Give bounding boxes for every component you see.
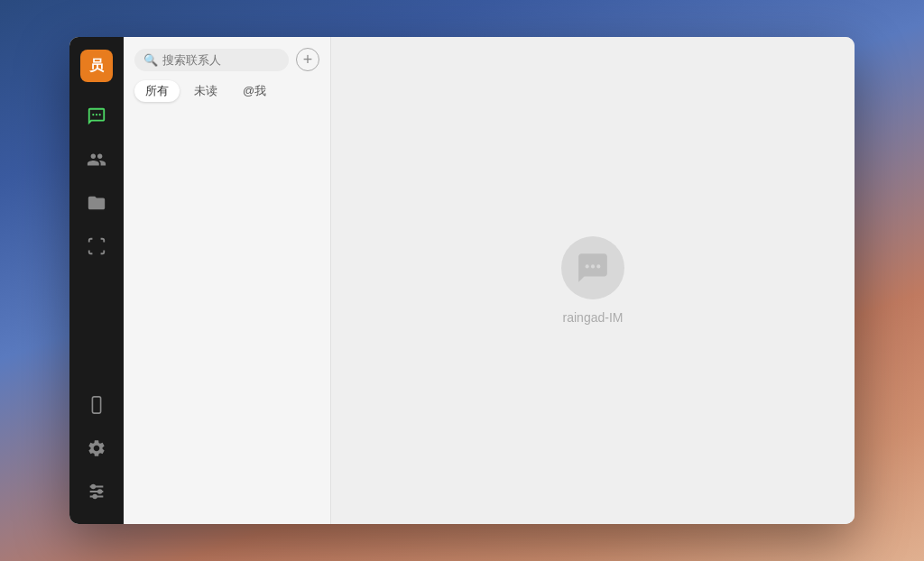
sidebar-item-chat[interactable] bbox=[77, 97, 116, 136]
svg-point-11 bbox=[586, 264, 589, 268]
sidebar-item-settings[interactable] bbox=[77, 428, 116, 468]
add-contact-button[interactable]: + bbox=[296, 48, 319, 71]
sidebar-icons bbox=[77, 97, 116, 385]
sidebar-item-contacts[interactable] bbox=[77, 140, 116, 179]
search-bar: 🔍 + bbox=[124, 37, 330, 71]
main-content: raingad-IM bbox=[331, 37, 855, 524]
sidebar-item-screenshot[interactable] bbox=[77, 226, 116, 266]
app-window: 员 bbox=[69, 37, 855, 524]
tab-at-me[interactable]: @我 bbox=[232, 80, 277, 102]
search-icon: 🔍 bbox=[143, 53, 158, 67]
tab-all[interactable]: 所有 bbox=[134, 80, 180, 102]
avatar[interactable]: 员 bbox=[80, 50, 113, 82]
sidebar-item-filter[interactable] bbox=[77, 472, 116, 511]
contact-list bbox=[124, 109, 330, 524]
search-input-wrapper[interactable]: 🔍 bbox=[134, 49, 289, 71]
empty-chat-icon bbox=[561, 236, 624, 299]
svg-point-1 bbox=[96, 114, 97, 115]
svg-point-9 bbox=[98, 490, 102, 493]
svg-rect-3 bbox=[92, 397, 100, 413]
app-name-label: raingad-IM bbox=[563, 310, 624, 325]
contact-panel: 🔍 + 所有 未读 @我 bbox=[124, 37, 331, 524]
svg-point-8 bbox=[92, 485, 96, 489]
svg-point-2 bbox=[99, 114, 101, 115]
svg-point-13 bbox=[596, 264, 600, 268]
sidebar-bottom bbox=[77, 385, 116, 524]
empty-state: raingad-IM bbox=[561, 236, 624, 325]
filter-tabs: 所有 未读 @我 bbox=[124, 71, 330, 109]
svg-point-0 bbox=[92, 114, 94, 115]
sidebar-item-files[interactable] bbox=[77, 183, 116, 223]
sidebar: 员 bbox=[69, 37, 124, 524]
svg-point-10 bbox=[93, 495, 97, 499]
tab-unread[interactable]: 未读 bbox=[183, 80, 228, 102]
search-input[interactable] bbox=[162, 53, 280, 67]
svg-point-12 bbox=[591, 264, 595, 268]
sidebar-item-phone[interactable] bbox=[77, 385, 116, 425]
